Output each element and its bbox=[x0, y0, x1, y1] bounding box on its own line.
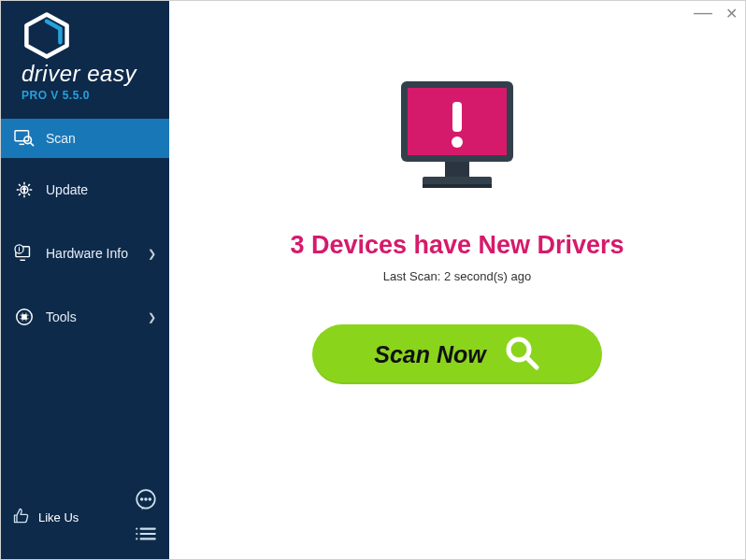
brand-logo-icon bbox=[22, 12, 72, 59]
hardware-info-icon: i bbox=[14, 244, 35, 263]
update-gear-icon bbox=[14, 179, 35, 200]
tools-icon bbox=[14, 307, 35, 327]
svg-rect-24 bbox=[445, 162, 469, 177]
svg-point-19 bbox=[136, 528, 137, 530]
scan-now-button[interactable]: Scan Now bbox=[312, 324, 602, 384]
sidebar-item-hardware-info[interactable]: i Hardware Info ❯ bbox=[1, 222, 169, 285]
sidebar-item-tools[interactable]: Tools ❯ bbox=[1, 285, 169, 349]
sidebar-bottom-bar: Like Us bbox=[1, 479, 169, 559]
svg-rect-0 bbox=[15, 131, 29, 141]
brand-name: driver easy bbox=[22, 61, 169, 87]
sidebar: driver easy PRO V 5.5.0 Scan Update i bbox=[1, 1, 169, 559]
sidebar-corner-icons bbox=[134, 488, 158, 546]
sidebar-item-update[interactable]: Update bbox=[1, 158, 169, 222]
svg-point-21 bbox=[136, 538, 137, 539]
svg-line-30 bbox=[527, 358, 537, 367]
sidebar-item-label: Scan bbox=[46, 131, 76, 146]
hero-area: 3 Devices have New Drivers Last Scan: 2 … bbox=[290, 74, 624, 384]
svg-point-15 bbox=[149, 498, 151, 500]
close-button[interactable]: ✕ bbox=[725, 7, 738, 25]
svg-point-13 bbox=[141, 498, 143, 500]
chevron-right-icon: ❯ bbox=[148, 311, 156, 323]
chevron-right-icon: ❯ bbox=[148, 248, 156, 260]
svg-rect-11 bbox=[22, 314, 27, 320]
svg-point-2 bbox=[24, 136, 32, 144]
scan-now-label: Scan Now bbox=[374, 341, 485, 368]
svg-point-28 bbox=[452, 136, 463, 148]
menu-list-icon[interactable] bbox=[134, 522, 158, 546]
last-scan-text: Last Scan: 2 second(s) ago bbox=[383, 269, 531, 283]
feedback-icon[interactable] bbox=[134, 488, 158, 512]
brand-block: driver easy PRO V 5.5.0 bbox=[1, 1, 169, 109]
sidebar-item-scan[interactable]: Scan bbox=[1, 119, 169, 158]
sidebar-item-label: Hardware Info bbox=[46, 246, 128, 261]
sidebar-nav: Scan Update i Hardware Info ❯ Tools bbox=[1, 119, 169, 349]
main-panel: — ✕ 3 Devices have New Drivers Last Scan… bbox=[169, 1, 745, 559]
brand-version: PRO V 5.5.0 bbox=[22, 89, 169, 102]
app-window: driver easy PRO V 5.5.0 Scan Update i bbox=[0, 0, 746, 560]
svg-line-3 bbox=[30, 143, 34, 147]
scan-screen-icon bbox=[14, 129, 35, 148]
svg-text:i: i bbox=[19, 245, 21, 253]
minimize-button[interactable]: — bbox=[694, 3, 712, 22]
magnifier-icon bbox=[503, 334, 540, 375]
alert-monitor-icon bbox=[387, 74, 527, 205]
status-title: 3 Devices have New Drivers bbox=[290, 231, 624, 260]
svg-point-20 bbox=[136, 533, 137, 535]
sidebar-item-label: Tools bbox=[46, 309, 77, 324]
thumbs-up-icon bbox=[12, 507, 31, 528]
svg-rect-27 bbox=[452, 102, 462, 132]
like-us-button[interactable]: Like Us bbox=[12, 507, 79, 528]
like-us-label: Like Us bbox=[38, 510, 79, 524]
svg-rect-26 bbox=[423, 184, 492, 188]
window-controls: — ✕ bbox=[694, 7, 738, 25]
svg-point-14 bbox=[145, 498, 147, 500]
sidebar-item-label: Update bbox=[46, 182, 88, 197]
